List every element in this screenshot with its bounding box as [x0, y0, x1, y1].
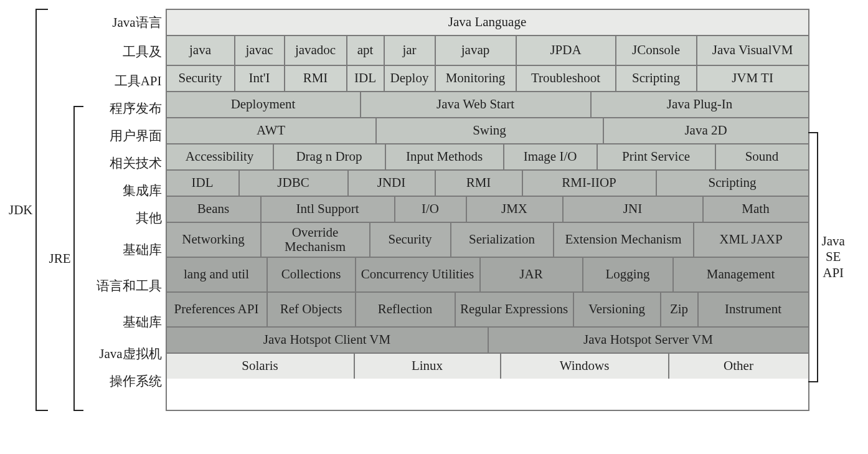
cell: Windows: [500, 354, 668, 379]
cell: JNI: [562, 197, 702, 222]
row-label-deploy: 程序发布: [83, 95, 162, 122]
cell: I/O: [394, 197, 466, 222]
row-toolsapi: Security Int'I RMI IDL Deploy Monitoring…: [167, 65, 808, 91]
cell: Versioning: [573, 293, 660, 326]
cell: java: [167, 36, 234, 65]
cell: Ref Objects: [267, 293, 355, 326]
cell: Troubleshoot: [516, 66, 615, 91]
jre-bracket: [73, 106, 83, 411]
row-other: Beans Intl Support I/O JMX JNI Math: [167, 196, 808, 222]
cell: Print Service: [597, 144, 715, 169]
cell: JVM TI: [696, 66, 808, 91]
cell: Deployment: [167, 92, 360, 117]
cell: AWT: [167, 118, 375, 143]
cell: Accessibility: [167, 144, 273, 169]
cell: Sound: [715, 144, 808, 169]
cell: Drag n Drop: [273, 144, 385, 169]
cell: Collections: [267, 258, 355, 291]
cell: Security: [167, 66, 234, 91]
diagram-grid: Java Language java javac javadoc apt jar…: [166, 9, 809, 411]
cell: JNDI: [347, 171, 435, 196]
cell: javap: [435, 36, 516, 65]
jdk-bracket: [35, 9, 48, 411]
row-label-other: 其他: [83, 204, 162, 232]
cell: Extension Mechanism: [553, 223, 693, 257]
cell: Override Mechanism: [260, 223, 369, 257]
cell: Networking: [167, 223, 260, 257]
cell: Beans: [167, 197, 260, 222]
cell: Management: [672, 258, 808, 291]
row-base: Networking Override Mechanism Security S…: [167, 222, 808, 257]
row-jvm: Java Hotspot Client VM Java Hotspot Serv…: [167, 326, 808, 352]
jre-column: JRE: [47, 9, 83, 411]
cell: Solaris: [167, 354, 354, 379]
cell: Preferences API: [167, 293, 267, 326]
cell: Serialization: [450, 223, 553, 257]
cell: Zip: [660, 293, 697, 326]
row-integ: IDL JDBC JNDI RMI RMI-IIOP Scripting: [167, 169, 808, 196]
java-architecture-diagram: JDK JRE Java语言 工具及 工具API 程序发布 用户界面 相关技术 …: [9, 9, 859, 411]
cell: JConsole: [615, 36, 696, 65]
cell: lang and util: [167, 258, 267, 291]
row-lang: Java Language: [167, 10, 808, 35]
cell: JDBC: [238, 171, 347, 196]
cell: Security: [369, 223, 450, 257]
cell: JMX: [466, 197, 562, 222]
cell: Deploy: [384, 66, 435, 91]
cell: apt: [346, 36, 384, 65]
row-deploy: Deployment Java Web Start Java Plug-In: [167, 91, 808, 117]
cell: Java Web Start: [360, 92, 590, 117]
cell: Image I/O: [503, 144, 597, 169]
cell: Linux: [354, 354, 500, 379]
cell: Regular Expressions: [455, 293, 573, 326]
cell: RMI-IIOP: [522, 171, 656, 196]
right-bracket-column: Java SE API: [809, 9, 853, 411]
row-langtool: lang and util Collections Concurrency Ut…: [167, 257, 808, 291]
cell: JAR: [479, 258, 582, 291]
cell: RMI: [284, 66, 346, 91]
cell: jar: [384, 36, 435, 65]
cell: Math: [702, 197, 808, 222]
row-reltech: Accessibility Drag n Drop Input Methods …: [167, 143, 808, 169]
cell: XML JAXP: [693, 223, 808, 257]
cell: Int'I: [234, 66, 284, 91]
row-os: Solaris Linux Windows Other: [167, 352, 808, 379]
cell: Other: [668, 354, 808, 379]
cell: Reflection: [355, 293, 455, 326]
cell: Java Hotspot Server VM: [488, 328, 808, 352]
row-label-tools: 工具及: [83, 36, 162, 67]
row-label-base: 基础库: [83, 232, 162, 268]
row-ui: AWT Swing Java 2D: [167, 117, 808, 143]
cell: Instrument: [697, 293, 808, 326]
row-label-reltech: 相关技术: [83, 149, 162, 177]
row-base2: Preferences API Ref Objects Reflection R…: [167, 291, 808, 326]
cell: javac: [234, 36, 284, 65]
cell: Concurrency Utilities: [355, 258, 479, 291]
cell: Monitoring: [435, 66, 516, 91]
cell: Input Methods: [385, 144, 503, 169]
cell: JPDA: [516, 36, 615, 65]
javase-bracket: [808, 132, 818, 382]
row-label-ui: 用户界面: [83, 122, 162, 149]
row-label-os: 操作系统: [83, 367, 162, 395]
cell: RMI: [435, 171, 522, 196]
jdk-label: JDK: [9, 9, 35, 411]
cell: Java Hotspot Client VM: [167, 328, 488, 352]
cell: Logging: [582, 258, 672, 291]
row-label-langtool: 语言和工具: [83, 268, 162, 304]
row-label-jvm: Java虚拟机: [83, 340, 162, 367]
cell: Intl Support: [260, 197, 394, 222]
row-labels-column: Java语言 工具及 工具API 程序发布 用户界面 相关技术 集成库 其他 基…: [83, 9, 166, 411]
cell-java-language: Java Language: [167, 10, 808, 35]
left-brackets: JDK: [9, 9, 47, 411]
cell: Scripting: [615, 66, 696, 91]
cell: javadoc: [284, 36, 346, 65]
cell: IDL: [346, 66, 384, 91]
row-tools: java javac javadoc apt jar javap JPDA JC…: [167, 35, 808, 65]
cell: IDL: [167, 171, 238, 196]
cell: Swing: [375, 118, 603, 143]
row-label-toolsapi: 工具API: [83, 67, 162, 95]
row-label-base2: 基础库: [83, 304, 162, 340]
cell: Java VisualVM: [696, 36, 808, 65]
row-label-integ: 集成库: [83, 177, 162, 204]
